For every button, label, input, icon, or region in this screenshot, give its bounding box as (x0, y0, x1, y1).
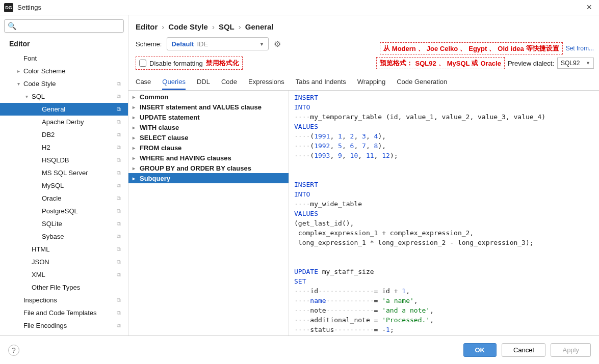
copy-icon: ⧉ (117, 271, 124, 278)
copy-icon: ⧉ (117, 119, 124, 125)
gear-icon[interactable]: ⚙ (274, 39, 281, 49)
tree-item-sybase[interactable]: Sybase⧉ (0, 230, 128, 243)
tree-item-label: Inspections (23, 296, 57, 304)
tree-item-label: Code Style (23, 80, 56, 88)
tree-item-font[interactable]: Font (0, 52, 128, 65)
apply-button[interactable]: Apply (551, 343, 591, 357)
content-panel: Editor›Code Style›SQL›General Scheme: De… (128, 15, 599, 335)
tab-ddl[interactable]: DDL (197, 75, 210, 90)
chevron-right-icon: ▸ (133, 104, 140, 110)
option-with-clause[interactable]: ▸WITH clause (128, 122, 289, 132)
tree-item-sql[interactable]: ▾SQL⧉ (0, 90, 128, 103)
tree-item-apache-derby[interactable]: Apache Derby⧉ (0, 116, 128, 128)
tab-code[interactable]: Code (221, 75, 237, 90)
chevron-right-icon: ▸ (133, 135, 140, 141)
search-input[interactable]: 🔍 (4, 19, 124, 33)
footer: ? OK Cancel Apply (0, 335, 599, 364)
tab-tabs-and-indents[interactable]: Tabs and Indents (296, 75, 346, 90)
close-icon[interactable]: × (583, 2, 595, 13)
tree-item-color-scheme[interactable]: ▸Color Scheme (0, 65, 128, 77)
scheme-select[interactable]: Default IDE ▼ (167, 37, 269, 50)
option-label: WITH clause (140, 124, 179, 131)
breadcrumb-item[interactable]: General (245, 22, 274, 31)
tree-item-label: File Encodings (23, 322, 67, 329)
disable-fmt-annot: 禁用格式化 (206, 59, 239, 68)
copy-icon: ⧉ (117, 322, 124, 329)
scheme-tag: IDE (197, 40, 208, 48)
chevron-right-icon: ▸ (133, 176, 140, 181)
option-label: INSERT statement and VALUES clause (140, 103, 262, 111)
breadcrumb-item[interactable]: Code Style (168, 22, 208, 31)
set-from-link[interactable]: Set from... (566, 45, 594, 52)
option-update-statement[interactable]: ▸UPDATE statement (128, 112, 289, 122)
tree-item-ms-sql-server[interactable]: MS SQL Server⧉ (0, 166, 128, 179)
tree-item-label: HSQLDB (42, 156, 69, 164)
option-label: FROM clause (140, 144, 181, 152)
copy-icon: ⧉ (117, 195, 124, 202)
copy-icon: ⧉ (117, 297, 124, 303)
copy-icon: ⧉ (117, 144, 124, 151)
tree-item-other-file-types[interactable]: Other File Types (0, 281, 128, 294)
disable-formatting-checkbox[interactable]: Disable formatting 禁用格式化 (136, 57, 243, 70)
chevron-right-icon: ▸ (133, 145, 140, 151)
search-icon: 🔍 (8, 22, 16, 30)
copy-icon: ⧉ (117, 259, 124, 265)
tree-item-label: PostgreSQL (42, 207, 78, 215)
tree-item-html[interactable]: HTML⧉ (0, 243, 128, 256)
tab-code-generation[interactable]: Code Generation (397, 75, 447, 90)
tree-section-title: Editor (0, 37, 128, 52)
option-insert-statement-and-values-clause[interactable]: ▸INSERT statement and VALUES clause (128, 102, 289, 112)
tree-item-json[interactable]: JSON⧉ (0, 256, 128, 268)
annotation-preview: 预览格式： SQL92、 MySQL 或 Oracle (376, 57, 504, 69)
tree-item-label: MS SQL Server (42, 169, 88, 177)
preview-dialect-label: Preview dialect: (508, 60, 554, 67)
option-from-clause[interactable]: ▸FROM clause (128, 143, 289, 153)
tree-item-db2[interactable]: DB2⧉ (0, 128, 128, 141)
scheme-label: Scheme: (136, 40, 162, 48)
copy-icon: ⧉ (117, 131, 124, 138)
chevron-down-icon: ▼ (259, 41, 264, 47)
tab-queries[interactable]: Queries (162, 75, 186, 90)
tree-arrow-icon: ▾ (25, 94, 32, 99)
option-subquery[interactable]: ▸Subquery (128, 173, 289, 183)
copy-icon: ⧉ (117, 106, 124, 113)
tree-item-h2[interactable]: H2⧉ (0, 141, 128, 154)
tree-item-code-style[interactable]: ▾Code Style⧉ (0, 77, 128, 90)
copy-icon: ⧉ (117, 246, 124, 253)
preview-dialect-select[interactable]: SQL92 ▼ (557, 58, 594, 69)
cancel-button[interactable]: Cancel (502, 343, 545, 357)
tree-item-label: XML (32, 271, 45, 278)
tree-item-label: General (42, 105, 65, 113)
disable-fmt-check[interactable] (139, 60, 146, 67)
app-logo: DG (4, 3, 13, 12)
ok-button[interactable]: OK (463, 343, 497, 357)
help-button[interactable]: ? (8, 345, 19, 356)
tree-item-general[interactable]: General⧉ (0, 103, 128, 116)
tree-item-xml[interactable]: XML⧉ (0, 268, 128, 281)
tab-case[interactable]: Case (136, 75, 151, 90)
option-select-clause[interactable]: ▸SELECT clause (128, 132, 289, 143)
tree-item-mysql[interactable]: MySQL⧉ (0, 179, 128, 192)
tree-item-oracle[interactable]: Oracle⧉ (0, 192, 128, 205)
tree-item-inspections[interactable]: Inspections⧉ (0, 294, 128, 306)
tab-expressions[interactable]: Expressions (248, 75, 284, 90)
title-bar: DG Settings × (0, 0, 599, 15)
tree-item-sqlite[interactable]: SQLite⧉ (0, 217, 128, 230)
option-label: WHERE and HAVING clauses (140, 154, 231, 162)
option-where-and-having-clauses[interactable]: ▸WHERE and HAVING clauses (128, 153, 289, 163)
option-group-by-and-order-by-clauses[interactable]: ▸GROUP BY and ORDER BY clauses (128, 163, 289, 173)
option-label: Common (140, 93, 168, 101)
tree-item-hsqldb[interactable]: HSQLDB⧉ (0, 154, 128, 166)
search-field[interactable] (18, 22, 120, 30)
sidebar: 🔍 Editor Font▸Color Scheme▾Code Style⧉▾S… (0, 15, 128, 335)
tree-item-label: Other File Types (32, 284, 80, 291)
tree-item-file-encodings[interactable]: File Encodings⧉ (0, 319, 128, 332)
breadcrumb-item[interactable]: SQL (219, 22, 235, 31)
tab-wrapping[interactable]: Wrapping (357, 75, 385, 90)
tree-item-postgresql[interactable]: PostgreSQL⧉ (0, 205, 128, 217)
tree-arrow-icon: ▾ (17, 81, 23, 87)
copy-icon: ⧉ (117, 157, 124, 163)
breadcrumb-item[interactable]: Editor (136, 22, 158, 31)
option-common[interactable]: ▸Common (128, 92, 289, 102)
tree-item-file-and-code-templates[interactable]: File and Code Templates⧉ (0, 306, 128, 319)
